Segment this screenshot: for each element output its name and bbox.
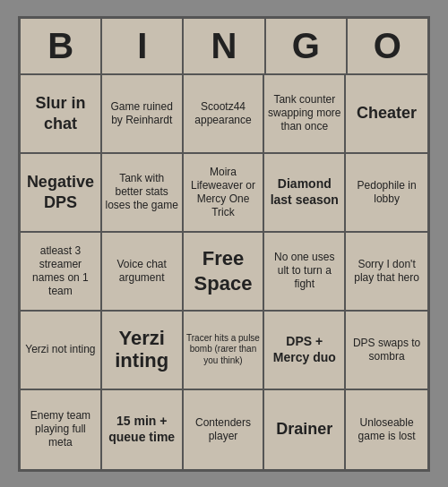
bingo-cell-3[interactable]: Tank counter swapping more than once bbox=[264, 75, 346, 154]
bingo-cell-15[interactable]: Yerzi not inting bbox=[21, 312, 102, 390]
bingo-cell-23[interactable]: Drainer bbox=[264, 390, 346, 469]
title-n: N bbox=[184, 19, 265, 73]
bingo-cell-18[interactable]: DPS + Mercy duo bbox=[264, 312, 346, 390]
bingo-cell-19[interactable]: DPS swaps to sombra bbox=[346, 312, 427, 390]
bingo-cell-11[interactable]: Voice chat argument bbox=[102, 233, 184, 312]
bingo-cell-7[interactable]: Moira Lifeweaver or Mercy One Trick bbox=[184, 154, 265, 233]
bingo-cell-4[interactable]: Cheater bbox=[346, 75, 427, 154]
bingo-cell-14[interactable]: Sorry I don't play that hero bbox=[346, 233, 427, 312]
title-b: B bbox=[21, 19, 102, 73]
bingo-cell-17[interactable]: Tracer hits a pulse bomb (rarer than you… bbox=[184, 312, 265, 390]
bingo-cell-8[interactable]: Diamond last season bbox=[264, 154, 346, 233]
title-o: O bbox=[348, 19, 427, 73]
bingo-cell-1[interactable]: Game ruined by Reinhardt bbox=[102, 75, 184, 154]
bingo-cell-21[interactable]: 15 min + queue time bbox=[102, 390, 184, 469]
bingo-cell-0[interactable]: Slur in chat bbox=[21, 75, 102, 154]
bingo-cell-16[interactable]: Yerzi inting bbox=[102, 312, 184, 390]
bingo-card: B I N G O Slur in chatGame ruined by Rei… bbox=[18, 16, 430, 472]
title-i: I bbox=[102, 19, 184, 73]
title-g: G bbox=[266, 19, 348, 73]
bingo-cell-12[interactable]: Free Space bbox=[184, 233, 265, 312]
bingo-cell-6[interactable]: Tank with better stats loses the game bbox=[102, 154, 184, 233]
bingo-cell-9[interactable]: Pedophile in lobby bbox=[346, 154, 427, 233]
bingo-cell-24[interactable]: Unloseable game is lost bbox=[346, 390, 427, 469]
bingo-grid: Slur in chatGame ruined by ReinhardtScoo… bbox=[21, 75, 427, 469]
bingo-cell-5[interactable]: Negative DPS bbox=[21, 154, 102, 233]
bingo-cell-20[interactable]: Enemy team playing full meta bbox=[21, 390, 102, 469]
bingo-cell-2[interactable]: Scootz44 appearance bbox=[184, 75, 265, 154]
bingo-cell-22[interactable]: Contenders player bbox=[184, 390, 265, 469]
bingo-cell-13[interactable]: No one uses ult to turn a fight bbox=[264, 233, 346, 312]
bingo-cell-10[interactable]: atleast 3 streamer names on 1 team bbox=[21, 233, 102, 312]
bingo-title: B I N G O bbox=[21, 19, 427, 75]
